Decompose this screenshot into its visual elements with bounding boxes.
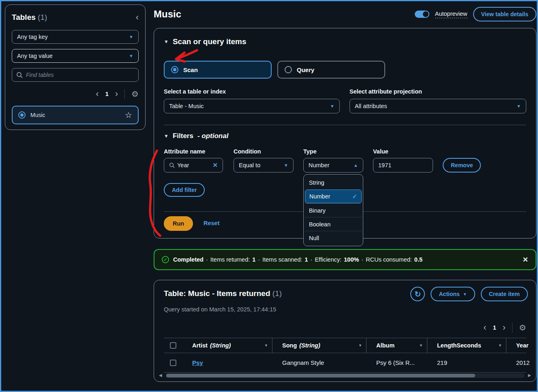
dot: · (206, 256, 208, 263)
page-prev-icon[interactable]: ‹ (483, 323, 486, 332)
header-actions: Autopreview View table details (415, 7, 536, 21)
efficiency-label: Efficiency: (315, 256, 341, 263)
column-header-artist[interactable]: Artist (String) ▼ (182, 338, 272, 353)
page-next-icon[interactable]: › (503, 323, 506, 332)
menu-item-string[interactable]: String (305, 176, 362, 190)
page-number[interactable]: 1 (493, 324, 496, 331)
tag-key-dropdown[interactable]: Any tag key ▼ (12, 30, 139, 44)
scroll-left-icon[interactable]: ◀ (159, 373, 162, 377)
sort-icon[interactable]: ▼ (419, 343, 423, 347)
tag-value-dropdown[interactable]: Any tag value ▼ (12, 49, 139, 63)
column-label: Year (516, 342, 529, 349)
collapse-sidebar-icon[interactable]: ‹ (136, 13, 139, 22)
song-value: Gangnam Style (282, 359, 324, 366)
refresh-icon[interactable]: ↻ (410, 287, 425, 301)
scrollbar-track[interactable] (165, 373, 525, 378)
chevron-down-icon: ▼ (129, 34, 133, 39)
find-tables-input[interactable] (26, 72, 134, 78)
items-returned-value: 1 (252, 256, 255, 263)
column-header-lengthseconds[interactable]: LengthSeconds ▼ (427, 338, 506, 353)
projection-value: All attributes (355, 103, 387, 109)
column-header-year[interactable]: Year (506, 338, 527, 353)
page-prev-icon[interactable]: ‹ (96, 89, 99, 98)
row-checkbox[interactable] (170, 360, 176, 366)
year-value: 2012 (516, 359, 529, 366)
view-table-details-button[interactable]: View table details (473, 7, 536, 21)
column-header-album[interactable]: Album ▼ (367, 338, 427, 353)
attribute-name-input[interactable] (177, 162, 202, 168)
scan-label: Scan (183, 66, 198, 73)
row-checkbox-cell (164, 360, 182, 366)
condition-dropdown[interactable]: Equal to ▼ (234, 158, 294, 173)
chevron-down-icon: ▼ (164, 133, 169, 139)
tables-sidebar: Tables (1) ‹ Any tag key ▼ Any tag value… (5, 4, 146, 130)
query-radio-tile[interactable]: Query (277, 61, 385, 79)
option-label: Binary (309, 207, 326, 214)
results-count: (1) (272, 289, 282, 298)
dot: · (258, 256, 260, 263)
page-next-icon[interactable]: › (115, 89, 118, 98)
sort-icon[interactable]: ▼ (358, 343, 362, 347)
column-header-song[interactable]: Song (String) ▼ (272, 338, 367, 353)
scan-query-panel: ▼ Scan or query items Scan Query Select … (154, 28, 536, 239)
chevron-down-icon: ▼ (517, 104, 521, 109)
items-scanned-label: Items scanned: (262, 256, 302, 263)
reset-link[interactable]: Reset (204, 220, 220, 226)
dynamodb-console: Tables (1) ‹ Any tag key ▼ Any tag value… (0, 0, 538, 392)
close-icon[interactable]: ✕ (523, 256, 528, 264)
results-panel: Table: Music - Items returned (1) ↻ Acti… (154, 280, 536, 382)
add-filter-button[interactable]: Add filter (164, 183, 205, 197)
clear-icon[interactable]: ✕ (212, 162, 218, 169)
menu-item-null[interactable]: Null (305, 231, 362, 245)
gear-icon[interactable]: ⚙ (131, 90, 139, 98)
create-item-button[interactable]: Create item (481, 287, 528, 301)
sidebar-item-music[interactable]: Music ☆ (12, 106, 139, 124)
menu-item-boolean[interactable]: Boolean (305, 217, 362, 231)
main-header: Music Autopreview View table details (154, 6, 536, 22)
run-button[interactable]: Run (164, 216, 193, 231)
horizontal-scrollbar: ◀ ▶ (159, 373, 531, 378)
sort-icon[interactable]: ▼ (264, 343, 268, 347)
option-label: String (309, 179, 324, 186)
album-value: Psy 6 (Six R... (376, 359, 415, 366)
scan-query-section-header[interactable]: ▼ Scan or query items (164, 37, 246, 46)
header-checkbox-cell (164, 342, 182, 349)
length-value: 219 (437, 359, 447, 366)
remove-filter-button[interactable]: Remove (443, 158, 481, 173)
type-dropdown[interactable]: Number ▲ (303, 158, 363, 173)
scan-radio-tile[interactable]: Scan (164, 61, 272, 79)
divider (512, 323, 512, 332)
query-label: Query (297, 66, 314, 73)
filters-section-header[interactable]: ▼ Filters - optional (164, 132, 228, 140)
page-number[interactable]: 1 (105, 91, 109, 97)
table-row[interactable]: Psy Gangnam Style Psy 6 (Six R... 219 20… (164, 353, 526, 373)
artist-link[interactable]: Psy (192, 359, 203, 366)
menu-item-binary[interactable]: Binary (305, 203, 362, 217)
results-title: Table: Music - Items returned (1) (164, 289, 282, 298)
column-label: Album (376, 342, 394, 349)
menu-item-number[interactable]: Number ✓ (305, 190, 362, 203)
radio-selected-icon[interactable] (18, 111, 26, 119)
tag-key-value: Any tag key (17, 34, 48, 40)
table-index-value: Table - Music (169, 103, 204, 109)
sort-icon[interactable]: ▼ (498, 343, 502, 347)
scrollbar-thumb[interactable] (166, 374, 475, 377)
table-index-dropdown[interactable]: Table - Music ▼ (164, 99, 340, 113)
success-check-icon: ✓ (162, 256, 169, 263)
rcus-label: RCUs consumed: (366, 256, 412, 263)
items-returned-label: Items returned: (210, 256, 250, 263)
cell-year: 2012 (506, 353, 527, 372)
scroll-right-icon[interactable]: ▶ (528, 373, 531, 377)
value-input[interactable] (378, 162, 428, 168)
dot: · (311, 256, 313, 263)
gear-icon[interactable]: ⚙ (519, 324, 526, 332)
sidebar-title-text: Tables (12, 13, 36, 21)
select-all-checkbox[interactable] (170, 342, 176, 349)
favorite-star-icon[interactable]: ☆ (125, 110, 132, 120)
actions-label: Actions (439, 291, 459, 297)
cell-song: Gangnam Style (272, 353, 367, 372)
actions-button[interactable]: Actions ▼ (431, 287, 475, 301)
projection-dropdown[interactable]: All attributes ▼ (349, 99, 526, 113)
cell-artist: Psy (182, 353, 272, 372)
autopreview-toggle[interactable] (415, 11, 429, 18)
